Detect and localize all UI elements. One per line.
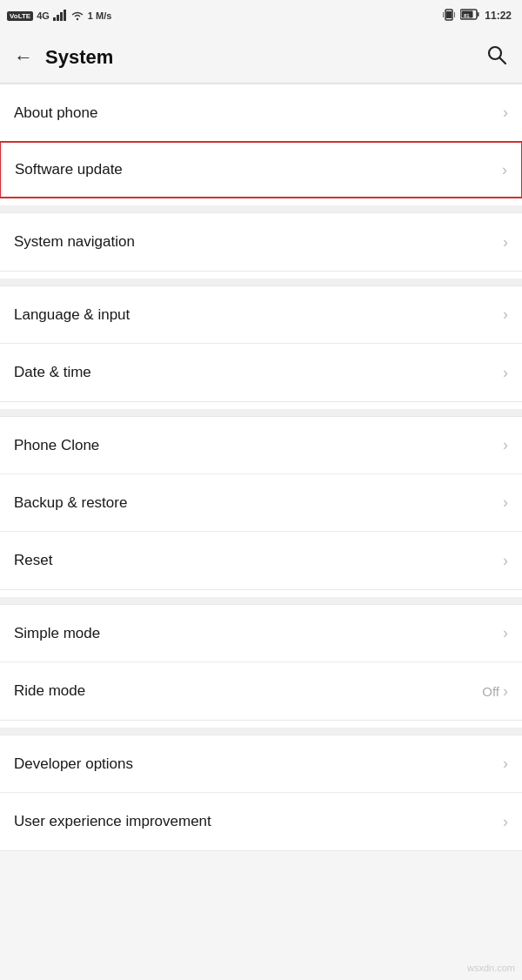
item-label-backup-restore: Backup & restore bbox=[14, 494, 127, 512]
section-group-2: Language & input›Date & time› bbox=[0, 285, 522, 402]
chevron-icon-reset: › bbox=[503, 552, 508, 570]
item-right-language-input: › bbox=[503, 305, 508, 324]
item-label-user-experience: User experience improvement bbox=[14, 813, 211, 830]
settings-item-system-navigation[interactable]: System navigation› bbox=[0, 213, 522, 271]
item-label-ride-mode: Ride mode bbox=[14, 682, 85, 700]
item-right-software-update: › bbox=[502, 161, 507, 179]
status-bar: VoLTE 4G 1 M/s bbox=[0, 0, 522, 31]
settings-item-ride-mode[interactable]: Ride modeOff› bbox=[0, 662, 522, 720]
status-left: VoLTE 4G 1 M/s bbox=[7, 10, 111, 23]
speed-indicator: 1 M/s bbox=[88, 10, 112, 21]
top-navigation-bar: ← System bbox=[0, 31, 522, 84]
item-label-simple-mode: Simple mode bbox=[14, 625, 100, 642]
item-right-date-time: › bbox=[503, 364, 508, 382]
time-display: 11:22 bbox=[485, 10, 512, 22]
settings-item-software-update[interactable]: Software update› bbox=[0, 141, 522, 198]
search-button[interactable] bbox=[485, 44, 508, 71]
settings-item-simple-mode[interactable]: Simple mode› bbox=[0, 605, 522, 662]
battery-icon: 81 bbox=[460, 9, 479, 23]
separator-4 bbox=[0, 728, 522, 735]
svg-rect-0 bbox=[53, 17, 56, 21]
section-group-1: System navigation› bbox=[0, 212, 522, 272]
vibrate-icon bbox=[443, 8, 455, 24]
item-right-user-experience: › bbox=[503, 813, 508, 831]
page-title: System bbox=[45, 46, 113, 69]
chevron-icon-user-experience: › bbox=[503, 813, 508, 831]
settings-item-phone-clone[interactable]: Phone Clone› bbox=[0, 417, 522, 474]
item-label-about-phone: About phone bbox=[14, 104, 97, 122]
chevron-icon-backup-restore: › bbox=[503, 493, 508, 512]
status-right: 81 11:22 bbox=[443, 8, 512, 24]
chevron-icon-ride-mode: › bbox=[503, 682, 508, 701]
chevron-icon-phone-clone: › bbox=[503, 436, 508, 454]
svg-rect-1 bbox=[57, 15, 59, 21]
settings-item-developer-options[interactable]: Developer options› bbox=[0, 735, 522, 793]
section-group-0: About phone›Software update› bbox=[0, 84, 522, 198]
item-right-developer-options: › bbox=[503, 755, 508, 773]
settings-item-user-experience[interactable]: User experience improvement› bbox=[0, 793, 522, 850]
svg-point-4 bbox=[77, 17, 78, 19]
item-label-developer-options: Developer options bbox=[14, 755, 133, 773]
item-right-ride-mode: Off› bbox=[482, 682, 508, 701]
chevron-icon-simple-mode: › bbox=[503, 624, 508, 642]
signal-bars bbox=[53, 10, 67, 23]
item-right-about-phone: › bbox=[503, 104, 508, 122]
section-group-4: Simple mode›Ride modeOff› bbox=[0, 604, 522, 721]
separator-2 bbox=[0, 409, 522, 416]
back-button[interactable]: ← bbox=[14, 46, 33, 69]
wifi-icon bbox=[70, 10, 84, 23]
item-label-language-input: Language & input bbox=[14, 306, 130, 324]
chevron-icon-developer-options: › bbox=[503, 755, 508, 773]
svg-rect-11 bbox=[478, 12, 479, 17]
item-value-ride-mode: Off bbox=[482, 684, 499, 699]
separator-0 bbox=[0, 205, 522, 212]
item-label-date-time: Date & time bbox=[14, 364, 91, 381]
settings-item-reset[interactable]: Reset› bbox=[0, 532, 522, 589]
item-label-phone-clone: Phone Clone bbox=[14, 437, 99, 454]
section-group-3: Phone Clone›Backup & restore›Reset› bbox=[0, 416, 522, 590]
item-label-system-navigation: System navigation bbox=[14, 233, 135, 251]
separator-3 bbox=[0, 597, 522, 604]
chevron-icon-software-update: › bbox=[502, 161, 507, 179]
item-right-backup-restore: › bbox=[503, 493, 508, 512]
item-right-simple-mode: › bbox=[503, 624, 508, 642]
item-right-system-navigation: › bbox=[503, 233, 508, 252]
svg-line-14 bbox=[500, 57, 506, 64]
section-group-5: Developer options›User experience improv… bbox=[0, 735, 522, 851]
settings-list: About phone›Software update›System navig… bbox=[0, 84, 522, 851]
settings-item-about-phone[interactable]: About phone› bbox=[0, 84, 522, 142]
settings-item-date-time[interactable]: Date & time› bbox=[0, 344, 522, 401]
svg-rect-2 bbox=[60, 12, 63, 21]
settings-item-backup-restore[interactable]: Backup & restore› bbox=[0, 474, 522, 532]
separator-1 bbox=[0, 279, 522, 285]
svg-rect-3 bbox=[64, 10, 66, 21]
chevron-icon-about-phone: › bbox=[503, 104, 508, 122]
chevron-icon-system-navigation: › bbox=[503, 233, 508, 252]
chevron-icon-date-time: › bbox=[503, 364, 508, 382]
item-label-software-update: Software update bbox=[15, 161, 123, 178]
item-right-reset: › bbox=[503, 552, 508, 570]
settings-item-language-input[interactable]: Language & input› bbox=[0, 286, 522, 344]
volte-indicator: VoLTE bbox=[7, 11, 33, 21]
item-label-reset: Reset bbox=[14, 552, 52, 569]
network-indicator: 4G bbox=[37, 10, 50, 21]
watermark: wsxdn.com bbox=[467, 963, 515, 973]
chevron-icon-language-input: › bbox=[503, 305, 508, 324]
svg-text:81: 81 bbox=[464, 13, 470, 18]
svg-rect-6 bbox=[446, 11, 452, 18]
item-right-phone-clone: › bbox=[503, 436, 508, 454]
